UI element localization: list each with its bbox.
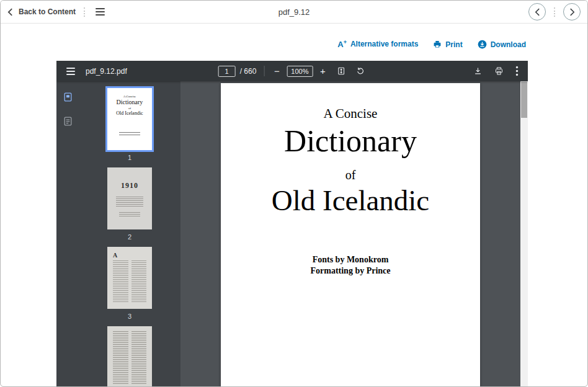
alternative-formats-link[interactable]: A+ Alternative formats [337, 40, 418, 48]
previous-unit-button[interactable] [528, 3, 546, 20]
chevron-right-icon [569, 8, 575, 16]
back-to-content-link[interactable]: Back to Content [7, 7, 76, 16]
toolbar-divider [264, 66, 264, 76]
thumbnails-view-icon[interactable] [60, 89, 76, 105]
more-options-icon[interactable] [514, 64, 520, 78]
viewer-scrollbar[interactable] [520, 81, 528, 386]
alternative-formats-label: Alternative formats [350, 40, 418, 48]
thumbnail-2-preview: 1910 [107, 167, 152, 190]
print-icon [433, 40, 442, 48]
thumbnail-panel: A Concise Dictionary of Old Icelandic 1 … [79, 81, 180, 386]
pdf-sidebar: A Concise Dictionary of Old Icelandic 1 … [56, 81, 180, 386]
document-actions-row: A+ Alternative formats Print Download [337, 40, 526, 49]
pdf-toolbar: pdf_9.12.pdf / 660 − + [56, 61, 528, 81]
rotate-icon[interactable] [354, 65, 366, 77]
credit-line-1: Fonts by Monokrom [221, 254, 480, 265]
thumbnail-page-4[interactable] [107, 326, 152, 386]
pdf-toolbar-center-controls: / 660 − + [218, 65, 367, 77]
page-total-label: / 660 [240, 67, 257, 76]
topbar-left-group: Back to Content [7, 6, 107, 18]
thumbnail-1-label: 1 [128, 154, 131, 161]
pdf-print-icon[interactable] [493, 65, 505, 77]
credit-line-2: Formatting by Prince [221, 265, 480, 277]
fit-to-page-icon[interactable] [335, 65, 347, 77]
pdf-main-view: A Concise Dictionary of Old Icelandic Fo… [180, 81, 520, 386]
pdf-download-icon[interactable] [472, 65, 484, 77]
download-label: Download [491, 40, 526, 49]
dotted-divider [84, 7, 85, 17]
page-title-line-4: Old Icelandic [221, 185, 480, 216]
page-title-line-2: Dictionary [221, 125, 480, 158]
chevron-left-icon [535, 8, 540, 16]
page-title-line-3: of [221, 168, 480, 182]
print-label: Print [445, 40, 462, 49]
document-outline-icon[interactable] [60, 113, 76, 129]
pdf-page: A Concise Dictionary of Old Icelandic Fo… [221, 83, 480, 386]
thumbnail-page-2[interactable]: 1910 [107, 167, 152, 229]
course-outline-menu-icon[interactable] [93, 6, 107, 18]
zoom-in-button[interactable]: + [318, 66, 327, 76]
page-credits: Fonts by Monokrom Formatting by Prince [221, 254, 480, 277]
thumbnail-2-label: 2 [128, 233, 131, 241]
page-title-line-1: A Concise [221, 83, 480, 122]
unit-title: pdf_9.12 [278, 7, 310, 17]
zoom-level-input[interactable] [287, 66, 313, 77]
alternative-formats-icon: A+ [337, 40, 347, 48]
back-link-label: Back to Content [19, 7, 76, 16]
pdf-filename: pdf_9.12.pdf [86, 67, 127, 76]
pdf-sidebar-toggle-icon[interactable] [65, 66, 77, 77]
thumbnail-1-preview: A Concise Dictionary of Old Icelandic [107, 88, 152, 136]
thumbnail-3-preview: A [113, 252, 117, 259]
print-link[interactable]: Print [433, 40, 462, 49]
download-link[interactable]: Download [478, 40, 526, 49]
pdf-toolbar-right-controls [472, 64, 520, 78]
topbar-right-group [528, 3, 581, 20]
scrollbar-thumb[interactable] [521, 82, 527, 118]
thumbnail-page-3[interactable]: A [107, 247, 152, 309]
sidebar-view-switcher [60, 89, 76, 129]
zoom-out-button[interactable]: − [272, 66, 282, 76]
pdf-viewer: pdf_9.12.pdf / 660 − + [56, 61, 528, 386]
thumbnail-page-1[interactable]: A Concise Dictionary of Old Icelandic [107, 88, 152, 150]
download-circle-icon [478, 40, 487, 49]
chevron-left-icon [7, 8, 13, 16]
page-number-input[interactable] [218, 66, 236, 77]
dotted-divider [554, 7, 555, 17]
thumbnail-3-label: 3 [128, 313, 131, 320]
top-navigation-bar: Back to Content pdf_9.12 [1, 1, 587, 24]
next-unit-button[interactable] [563, 3, 581, 20]
